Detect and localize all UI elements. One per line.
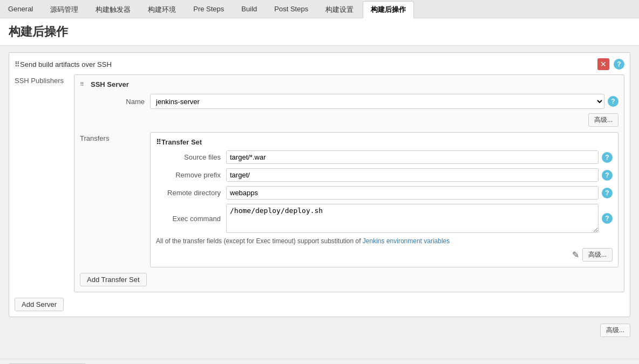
tab-build-env[interactable]: 构建环境 <box>140 1 184 18</box>
remove-prefix-help-icon[interactable]: ? <box>602 170 613 181</box>
remote-directory-label: Remote directory <box>156 189 226 197</box>
exec-command-row: Exec command /home/deploy/deploy.sh ? <box>156 204 613 233</box>
name-help-icon[interactable]: ? <box>608 96 618 107</box>
section-help-icon[interactable]: ? <box>614 59 624 70</box>
section-header-row: ⠿ Send build artifacts over SSH ✕ ? <box>15 58 624 70</box>
note-text-content: All of the transfer fields (except for E… <box>156 237 363 245</box>
ssh-server-dots: ⠿ <box>80 81 87 87</box>
add-transfer-set-row: Add Transfer Set <box>80 273 618 286</box>
section-title: ⠿ Send build artifacts over SSH <box>15 60 597 68</box>
add-transfer-set-button[interactable]: Add Transfer Set <box>80 273 147 286</box>
bottom-toolbar: 增加构建后操作步骤 ▼ <box>0 359 639 364</box>
transfer-set-dots: ⠿ <box>156 138 161 146</box>
remote-directory-row: Remote directory ? <box>156 186 613 200</box>
main-content: ⠿ Send build artifacts over SSH ✕ ? SSH … <box>0 46 639 359</box>
tab-post-steps[interactable]: Post Steps <box>266 1 316 18</box>
page-advanced-row: 高级... <box>9 324 630 337</box>
name-row: Name jenkins-server ? <box>80 94 618 109</box>
section-title-text: Send build artifacts over SSH <box>20 60 112 68</box>
tab-build[interactable]: Build <box>233 1 265 18</box>
name-select[interactable]: jenkins-server <box>150 94 604 109</box>
pencil-icon: ✎ <box>572 250 579 260</box>
transfer-set-label: Transfer Set <box>161 138 202 146</box>
remote-directory-input[interactable] <box>226 186 599 200</box>
remote-directory-help-icon[interactable]: ? <box>602 188 613 198</box>
exec-command-textarea[interactable]: /home/deploy/deploy.sh <box>226 204 599 233</box>
remove-prefix-row: Remove prefix ? <box>156 168 613 182</box>
add-server-row: Add Server <box>15 298 624 311</box>
tab-build-settings[interactable]: 构建设置 <box>317 1 362 18</box>
ssh-server-label: SSH Server <box>91 80 129 88</box>
exec-command-label: Exec command <box>156 215 226 223</box>
page-advanced-button[interactable]: 高级... <box>600 324 630 337</box>
env-variables-link[interactable]: Jenkins environment variables <box>363 237 450 245</box>
transfers-row: Transfers ⠿ Transfer Set Source files ? <box>80 132 618 267</box>
tab-build-trigger[interactable]: 构建触发器 <box>87 1 139 18</box>
section-close-button[interactable]: ✕ <box>597 58 609 70</box>
ssh-publishers-row: SSH Publishers ⠿ SSH Server Name jenkins… <box>15 74 624 292</box>
add-server-button[interactable]: Add Server <box>15 298 64 311</box>
ssh-publishers-label: SSH Publishers <box>15 74 74 292</box>
source-files-help-icon[interactable]: ? <box>602 152 613 163</box>
section-dots: ⠿ <box>15 60 20 68</box>
name-label: Name <box>80 98 150 106</box>
page-title: 构建后操作 <box>0 18 639 46</box>
advanced-row: 高级... <box>80 113 618 127</box>
tab-post-build[interactable]: 构建后操作 <box>363 1 414 18</box>
source-files-label: Source files <box>156 153 226 161</box>
tab-general[interactable]: General <box>0 1 41 18</box>
send-artifacts-panel: ⠿ Send build artifacts over SSH ✕ ? SSH … <box>9 52 630 317</box>
source-files-input[interactable] <box>226 150 599 164</box>
transfers-label: Transfers <box>80 132 150 267</box>
exec-command-help-icon[interactable]: ? <box>602 213 613 224</box>
publishers-content: ⠿ SSH Server Name jenkins-server ? 高级... <box>74 74 624 292</box>
transfer-set-header: ⠿ Transfer Set <box>156 138 613 146</box>
note-text: All of the transfer fields (except for E… <box>156 237 613 245</box>
tab-pre-steps[interactable]: Pre Steps <box>185 1 232 18</box>
advanced-button[interactable]: 高级... <box>588 113 618 127</box>
remove-prefix-label: Remove prefix <box>156 171 226 179</box>
ssh-server-header: ⠿ SSH Server <box>80 80 618 88</box>
tab-source-mgmt[interactable]: 源码管理 <box>42 1 86 18</box>
transfer-advanced-button[interactable]: 高级... <box>582 248 613 262</box>
remove-prefix-input[interactable] <box>226 168 599 182</box>
transfers-content: ⠿ Transfer Set Source files ? Remove pre… <box>150 132 618 267</box>
tab-bar: General 源码管理 构建触发器 构建环境 Pre Steps Build … <box>0 0 639 18</box>
transfer-advanced-row: ✎ 高级... <box>156 248 613 262</box>
source-files-row: Source files ? <box>156 150 613 164</box>
